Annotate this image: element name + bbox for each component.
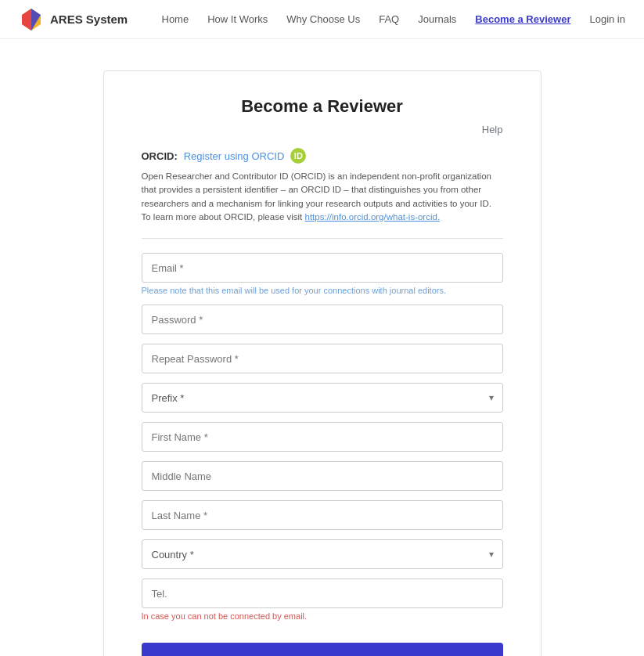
logo-area: ARES System xyxy=(19,7,128,32)
orcid-register-link[interactable]: Register using ORCID xyxy=(184,150,285,162)
nav-how-it-works[interactable]: How It Works xyxy=(207,13,268,25)
section-divider xyxy=(142,238,503,239)
orcid-badge[interactable]: ID xyxy=(290,148,306,164)
tel-group: In case you can not be connected by emai… xyxy=(142,579,503,621)
orcid-description: Open Researcher and Contributor ID (ORCI… xyxy=(142,170,503,224)
email-field[interactable] xyxy=(142,253,503,283)
logo-text: ARES System xyxy=(50,13,128,26)
orcid-section: ORCID: Register using ORCID ID Open Rese… xyxy=(142,148,503,224)
help-link[interactable]: Help xyxy=(482,124,503,135)
nav-why-choose-us[interactable]: Why Choose Us xyxy=(286,13,360,25)
nav-journals[interactable]: Journals xyxy=(418,13,456,25)
tel-hint: In case you can not be connected by emai… xyxy=(142,611,503,621)
orcid-label: ORCID: xyxy=(142,150,178,162)
orcid-link[interactable]: https://info.orcid.org/what-is-orcid. xyxy=(305,212,441,222)
svg-marker-1 xyxy=(22,9,31,31)
prefix-select[interactable]: Prefix * Mr. Ms. Mrs. Dr. Prof. xyxy=(142,383,503,413)
country-select-wrapper: Country * Afghanistan Albania Algeria Un… xyxy=(142,539,503,569)
nav-home[interactable]: Home xyxy=(162,13,189,25)
registration-form: Please note that this email will be used… xyxy=(142,253,503,656)
nav-links: Home How It Works Why Choose Us FAQ Jour… xyxy=(162,13,626,25)
navbar: ARES System Home How It Works Why Choose… xyxy=(0,0,644,39)
middle-name-field[interactable] xyxy=(142,461,503,491)
repeat-password-group xyxy=(142,344,503,373)
nav-become-reviewer[interactable]: Become a Reviewer xyxy=(475,13,570,25)
first-name-field[interactable] xyxy=(142,422,503,452)
password-group xyxy=(142,305,503,334)
nav-faq[interactable]: FAQ xyxy=(379,13,399,25)
prefix-select-wrapper: Prefix * Mr. Ms. Mrs. Dr. Prof. ▾ xyxy=(142,383,503,413)
email-group: Please note that this email will be used… xyxy=(142,253,503,295)
repeat-password-field[interactable] xyxy=(142,344,503,373)
password-field[interactable] xyxy=(142,305,503,334)
country-select[interactable]: Country * Afghanistan Albania Algeria Un… xyxy=(142,539,503,569)
middle-name-group xyxy=(142,461,503,491)
tel-field[interactable] xyxy=(142,579,503,608)
last-name-field[interactable] xyxy=(142,500,503,530)
last-name-group xyxy=(142,500,503,530)
registration-card: Become a Reviewer Help ORCID: Register u… xyxy=(103,70,541,656)
nav-login[interactable]: Login in xyxy=(589,13,625,25)
email-hint: Please note that this email will be used… xyxy=(142,286,503,295)
help-link-container: Help xyxy=(142,123,503,135)
page-title: Become a Reviewer xyxy=(142,96,503,117)
continue-button[interactable]: Continue xyxy=(142,643,503,656)
logo-icon xyxy=(19,7,44,32)
page-wrapper: Become a Reviewer Help ORCID: Register u… xyxy=(0,39,644,656)
country-group: Country * Afghanistan Albania Algeria Un… xyxy=(142,539,503,569)
prefix-group: Prefix * Mr. Ms. Mrs. Dr. Prof. ▾ xyxy=(142,383,503,413)
orcid-row: ORCID: Register using ORCID ID xyxy=(142,148,503,164)
first-name-group xyxy=(142,422,503,452)
